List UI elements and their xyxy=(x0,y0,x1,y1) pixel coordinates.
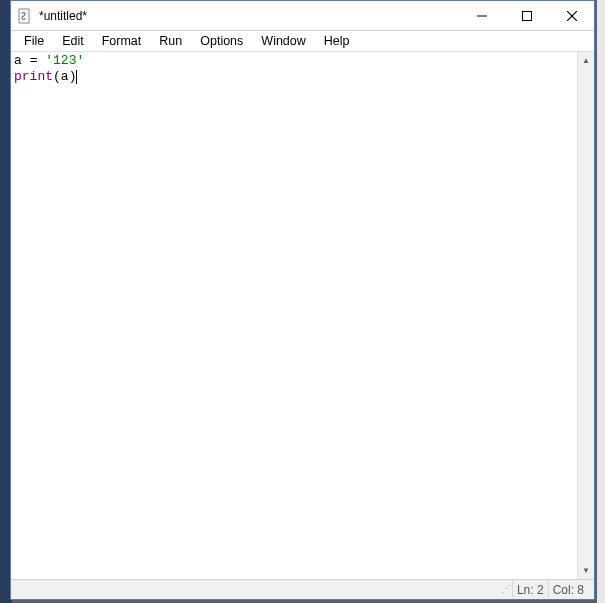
svg-point-1 xyxy=(26,12,28,14)
statusbar: ⋰ Ln: 2 Col: 8 xyxy=(11,579,594,599)
editor-container: a = '123' print(a) ▲ ▼ xyxy=(11,51,594,579)
vertical-scrollbar[interactable]: ▲ ▼ xyxy=(577,52,594,579)
menu-edit[interactable]: Edit xyxy=(53,33,93,49)
idle-editor-window: *untitled* File Edit Format Run Options … xyxy=(10,0,595,600)
maximize-button[interactable] xyxy=(504,1,549,30)
code-token-builtin: print xyxy=(14,69,53,84)
status-ln-label: Ln: xyxy=(517,583,534,597)
status-grip-icon: ⋰ xyxy=(498,583,512,596)
menubar: File Edit Format Run Options Window Help xyxy=(11,31,594,51)
menu-format[interactable]: Format xyxy=(93,33,151,49)
close-button[interactable] xyxy=(549,1,594,30)
code-token-paren-close: ) xyxy=(69,69,77,84)
text-cursor xyxy=(76,70,77,84)
menu-run[interactable]: Run xyxy=(150,33,191,49)
code-editor[interactable]: a = '123' print(a) xyxy=(11,52,577,579)
window-controls xyxy=(459,1,594,30)
titlebar[interactable]: *untitled* xyxy=(11,1,594,31)
status-column: Col: 8 xyxy=(548,580,588,599)
svg-rect-3 xyxy=(522,11,531,20)
code-token-variable: a xyxy=(14,53,22,68)
code-token-argument: a xyxy=(61,69,69,84)
menu-window[interactable]: Window xyxy=(252,33,314,49)
code-token-string: '123' xyxy=(45,53,84,68)
menu-help[interactable]: Help xyxy=(315,33,359,49)
status-line: Ln: 2 xyxy=(512,580,548,599)
code-token-paren-open: ( xyxy=(53,69,61,84)
menu-options[interactable]: Options xyxy=(191,33,252,49)
status-ln-value: 2 xyxy=(537,583,544,597)
python-file-icon xyxy=(17,8,33,24)
scroll-up-arrow[interactable]: ▲ xyxy=(578,52,594,69)
status-col-label: Col: xyxy=(553,583,574,597)
minimize-button[interactable] xyxy=(459,1,504,30)
status-col-value: 8 xyxy=(577,583,584,597)
window-title: *untitled* xyxy=(39,9,459,23)
menu-file[interactable]: File xyxy=(15,33,53,49)
scroll-down-arrow[interactable]: ▼ xyxy=(578,562,594,579)
